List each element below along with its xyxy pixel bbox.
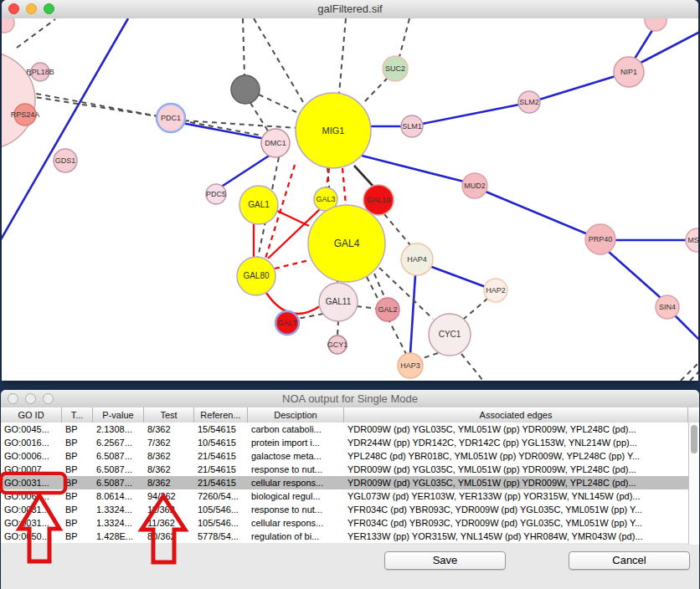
cell: GO:0045... (1, 423, 62, 436)
network-window-title: galFiltered.sif (2, 3, 698, 15)
cell: 21/54615 (194, 476, 248, 489)
column-header-pvalue[interactable]: P-value (93, 407, 144, 423)
edge-blue (539, 76, 615, 100)
node-label: GAL11 (326, 297, 352, 306)
edge-gray (384, 214, 410, 245)
node-label: SUC2 (385, 64, 405, 73)
table-row[interactable]: GO:0006...BP6.5087...8/36221/54615galact… (1, 449, 688, 463)
network-canvas[interactable]: RPL18BRPS24AGDS1PDC1DMC1MIG1SUC2SLM1SLM2… (2, 18, 698, 381)
cancel-button[interactable]: Cancel (569, 551, 690, 570)
column-header-t[interactable]: T... (62, 407, 93, 423)
edge-black (354, 166, 373, 187)
edge-blue (422, 105, 519, 124)
table-header: GO IDT...P-valueTestReferen...Desciption… (1, 407, 699, 423)
node-big-left[interactable] (2, 52, 35, 149)
node-label: PDC1 (161, 114, 181, 122)
scrollbar-thumb[interactable] (691, 425, 697, 453)
cell: 8/362 (144, 449, 194, 463)
cell: YDR244W (pp) YDR142C, YDR142C (pp) YGL15… (344, 436, 688, 449)
cell: GO:0050... (1, 530, 62, 543)
edge-gray (250, 103, 269, 132)
edge-red (277, 211, 309, 226)
table-row[interactable]: GO:0050...BP1.428E...80/3625778/54...reg… (1, 530, 688, 543)
cell: YDR009W (pd) YGL035C, YML051W (pp) YDR00… (344, 476, 688, 489)
cell: 8/362 (144, 476, 194, 489)
cell: 7/362 (144, 436, 194, 449)
cell: 5778/54... (194, 530, 248, 543)
edge-gray (259, 95, 296, 112)
column-header-associatededges[interactable]: Associated edges (344, 407, 688, 423)
noa-window: NOA output for Single Mode GO IDT...P-va… (1, 390, 699, 589)
cell: BP (62, 423, 93, 436)
cell: 105/546... (194, 503, 248, 516)
table-row[interactable]: GO:0065...BP8.0614...94/3627260/54...bio… (1, 489, 688, 503)
cell: response to nut... (248, 503, 344, 516)
node-label: GAL10 (367, 196, 390, 204)
cell: BP (62, 489, 93, 503)
node-label: HAP4 (407, 255, 427, 264)
edge-gray (2, 87, 262, 136)
network-graph: RPL18BRPS24AGDS1PDC1DMC1MIG1SUC2SLM1SLM2… (2, 18, 698, 381)
cell: 6.5087... (93, 476, 144, 489)
node-label: MIG1 (322, 125, 345, 136)
noa-window-title: NOA output for Single Mode (1, 392, 699, 405)
cell: GO:0006... (1, 449, 62, 463)
node-label: GDS1 (55, 156, 76, 165)
edge-reddash (342, 168, 346, 205)
node-label: SLM1 (402, 122, 422, 131)
edge-blue (486, 192, 588, 234)
node-label: RPS24A (11, 110, 40, 119)
save-button[interactable]: Save (384, 551, 506, 570)
table-row[interactable]: GO:0045...BP2.1308...8/36215/54615carbon… (1, 423, 688, 436)
node-label: SLM2 (519, 98, 539, 106)
edge-blue (178, 122, 270, 140)
cell: 21/54615 (194, 449, 248, 463)
cell: GO:0007... (1, 463, 62, 476)
edge-gray (363, 78, 388, 103)
cell: 1.3324... (93, 516, 144, 530)
cell: BP (62, 530, 93, 543)
cell: 8/362 (144, 463, 194, 476)
table-row[interactable]: GO:0007...BP6.5087...8/36221/54615respon… (1, 463, 688, 476)
cell: GO:0031... (1, 476, 62, 489)
column-header-desciption[interactable]: Desciption (248, 407, 344, 423)
cell: YER133W (pp) YOR315W, YNL145W (pd) YHR08… (344, 530, 688, 543)
node-gray-node[interactable] (231, 75, 260, 104)
node-label: NIP1 (620, 68, 637, 76)
table-row[interactable]: GO:0031...BP1.3324...11/362105/546...cel… (1, 516, 688, 530)
cell: YFR034C (pd) YBR093C, YDR009W (pd) YGL03… (344, 516, 688, 530)
cell: BP (62, 503, 93, 516)
column-header-goid[interactable]: GO ID (1, 407, 62, 423)
node-label: PDC5 (206, 190, 226, 198)
edge-gray (337, 320, 338, 336)
node-top-right[interactable] (645, 18, 667, 31)
noa-window-titlebar: NOA output for Single Mode (1, 390, 699, 408)
node-label: PRP40 (589, 235, 613, 243)
cell: 10/54615 (194, 436, 248, 449)
table-row[interactable]: GO:0016...BP6.2567...7/36210/54615protei… (1, 436, 688, 449)
cell: response to nut... (248, 463, 344, 476)
table-row[interactable]: GO:0031...BP1.3324...11/362105/546...res… (1, 503, 688, 516)
column-header-referen[interactable]: Referen... (194, 407, 248, 423)
node-corner[interactable] (2, 18, 14, 33)
edge-gray (357, 306, 377, 309)
cell: BP (62, 516, 93, 530)
node-label: HAP3 (400, 361, 420, 370)
edge-gray (17, 19, 55, 48)
node-label: GAL80 (243, 271, 270, 280)
cell: GO:0031... (1, 503, 62, 516)
edge-gray (254, 18, 303, 102)
node-label: GAL2 (378, 305, 397, 314)
network-window: galFiltered.sif RPL18BRPS24AGDS1PDC1DMC1… (2, 0, 698, 381)
cell: YFR034C (pd) YBR093C, YDR009W (pd) YGL03… (344, 503, 688, 516)
cell: 105/546... (194, 516, 248, 530)
table-body: GO:0045...BP2.1308...8/36215/54615carbon… (1, 423, 688, 543)
table-row[interactable]: GO:0031...BP6.5087...8/36221/54615cellul… (1, 476, 688, 489)
node-label: MUD2 (464, 182, 486, 190)
cell: 1.428E... (93, 530, 144, 543)
node-label: GAL4 (334, 238, 360, 249)
cell: galactose meta... (248, 449, 344, 463)
vertical-scrollbar[interactable] (688, 423, 699, 545)
column-header-test[interactable]: Test (144, 407, 194, 423)
edge-reddash (275, 260, 309, 269)
